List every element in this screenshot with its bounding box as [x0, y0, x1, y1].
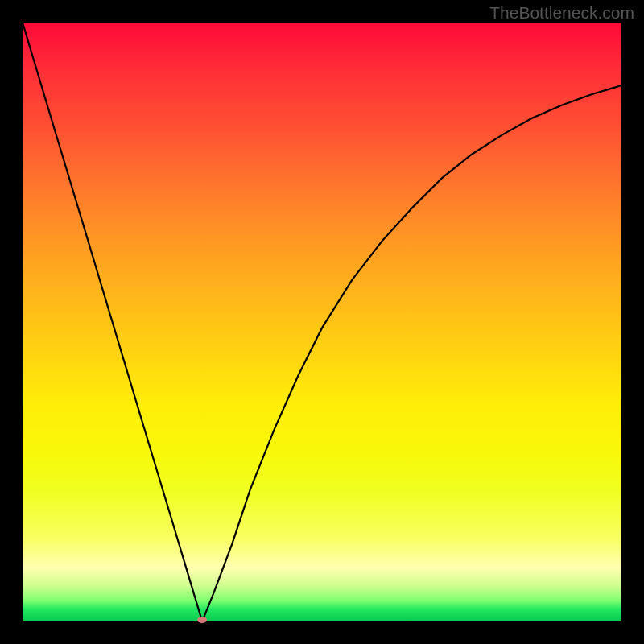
chart-container	[0, 0, 644, 644]
watermark-text: TheBottleneck.com	[489, 3, 634, 23]
minimum-marker-dot	[197, 617, 207, 623]
bottleneck-curve	[23, 23, 621, 621]
